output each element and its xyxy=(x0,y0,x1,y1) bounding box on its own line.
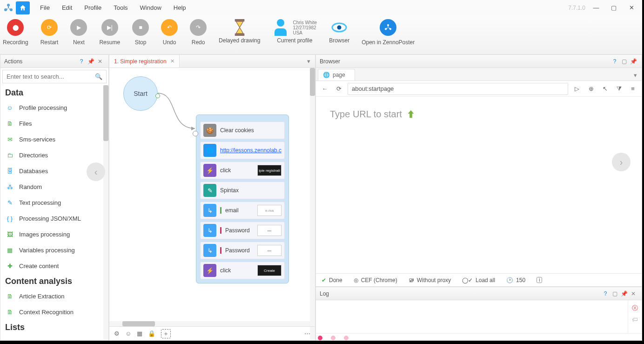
actions-item[interactable]: ⁂Random xyxy=(0,179,108,195)
menu-edit[interactable]: Edit xyxy=(56,2,78,13)
flow-node[interactable]: ✎Spintax xyxy=(200,182,285,199)
flow-node[interactable]: 🍪Clear cookies xyxy=(200,121,285,139)
actions-item-label: Random xyxy=(19,183,42,190)
canvas-tab-close-icon[interactable]: ✕ xyxy=(170,58,174,64)
close-pane-icon[interactable]: ✕ xyxy=(95,58,105,65)
toolbar-browser[interactable]: Browser xyxy=(329,19,349,50)
url-input[interactable] xyxy=(348,83,568,95)
flow-node[interactable]: ⚡clickCreate xyxy=(200,262,285,279)
browser-pin-icon[interactable]: 📌 xyxy=(629,58,638,65)
toolbar-stop[interactable]: ■ Stop xyxy=(132,19,149,52)
toolbar-recording[interactable]: ⬤ Recording xyxy=(3,19,28,52)
log-filter-3[interactable] xyxy=(344,336,349,340)
add-url-icon[interactable]: ⊕ xyxy=(586,84,596,94)
node-block[interactable]: 🍪Clear cookies🌐http://lessons.zennolab.c… xyxy=(196,115,289,283)
home-button[interactable] xyxy=(16,1,30,14)
browser-tab[interactable]: 🌐 page xyxy=(318,69,355,81)
menu-tools[interactable]: Tools xyxy=(108,2,133,13)
hamburger-icon[interactable]: ≡ xyxy=(628,84,638,94)
nav-left-button[interactable]: ‹ xyxy=(87,162,105,181)
add-icon[interactable]: ＋ xyxy=(161,329,171,338)
actions-scrollbar[interactable] xyxy=(103,85,108,340)
cookie-icon: 🍪 xyxy=(203,124,216,137)
toolbar-next[interactable]: ▶ Next xyxy=(70,19,87,52)
node-label: http://lessons.zennolab.com/en/index xyxy=(220,147,282,154)
maximize-icon[interactable]: ▢ xyxy=(606,1,622,14)
actions-group-head: Lists xyxy=(0,320,108,334)
tag-icon[interactable]: 🏷 xyxy=(632,316,638,323)
menu-help[interactable]: Help xyxy=(168,2,192,13)
toolbar-undo[interactable]: ↶ Undo xyxy=(161,19,178,52)
actions-item[interactable]: { }Processing JSON/XML xyxy=(0,210,108,226)
log-max-icon[interactable]: ▢ xyxy=(610,290,619,297)
actions-search-input[interactable] xyxy=(3,70,91,83)
info-icon[interactable]: i xyxy=(537,277,542,283)
menu-file[interactable]: File xyxy=(34,2,55,13)
canvas-scroll-h[interactable] xyxy=(109,321,315,326)
node-link[interactable]: http://lessons.zennolab.com/en/index xyxy=(220,147,282,154)
actions-item[interactable]: ✉Sms-services xyxy=(0,131,108,147)
pointer-icon[interactable]: ↖ xyxy=(600,84,610,94)
canvas-scroll-v[interactable] xyxy=(310,68,315,340)
actions-item[interactable]: 🗀Directories xyxy=(0,147,108,163)
browser-help-icon[interactable]: ? xyxy=(610,58,619,65)
flow-node[interactable]: ↳Password••• xyxy=(200,222,285,239)
canvas-tab[interactable]: 1. Simple registration ✕ xyxy=(109,55,180,67)
tab-menu-icon[interactable]: ▾ xyxy=(307,58,310,65)
actions-item[interactable]: 🗎Article Extraction xyxy=(0,288,108,304)
menu-profile[interactable]: Profile xyxy=(79,2,107,13)
minimize-icon[interactable]: — xyxy=(588,1,604,14)
actions-item[interactable]: ✚Create content xyxy=(0,258,108,274)
actions-item[interactable]: ▦Variables processing xyxy=(0,242,108,258)
log-close-icon[interactable]: ✕ xyxy=(629,290,638,297)
search-icon[interactable]: 🔍 xyxy=(91,73,106,80)
flow-node[interactable]: ⚡clickiple registrati xyxy=(200,162,285,179)
actions-item[interactable]: 🗎Context Recognition xyxy=(0,304,108,320)
flow-node[interactable]: ↳emaile-ma xyxy=(200,202,285,219)
actions-item[interactable]: 🗎Files xyxy=(0,115,108,131)
actions-item-label: Variables processing xyxy=(19,247,75,254)
flow-node[interactable]: 🌐http://lessons.zennolab.com/en/index xyxy=(200,142,285,159)
help-icon[interactable]: ? xyxy=(77,58,86,65)
grid-icon[interactable]: ▦ xyxy=(137,330,142,337)
svg-point-7 xyxy=(387,24,389,26)
toolbar-resume[interactable]: ▶| Resume xyxy=(99,19,120,52)
nav-right-button[interactable]: › xyxy=(612,153,631,171)
start-node-port[interactable] xyxy=(155,94,160,98)
node-thumbnail: ••• xyxy=(257,225,282,236)
actions-item-icon: { } xyxy=(5,214,14,223)
toolbar-profile[interactable]: Chris White 12/27/1982 USA Current profi… xyxy=(272,19,317,50)
close-icon[interactable]: ✕ xyxy=(624,1,639,14)
arrow-icon: ↳ xyxy=(203,204,216,217)
actions-item-icon: 🗎 xyxy=(5,307,14,317)
more-icon[interactable]: ⋯ xyxy=(304,330,310,337)
go-icon[interactable]: ▷ xyxy=(572,84,582,94)
log-pin-icon[interactable]: 📌 xyxy=(619,290,629,297)
gear-icon[interactable]: ⚙ xyxy=(114,330,120,337)
log-filter-2[interactable] xyxy=(331,336,335,340)
extension-icon[interactable]: ⧩ xyxy=(614,84,624,94)
pin-icon[interactable]: 📌 xyxy=(86,58,95,65)
node-label: click xyxy=(220,167,254,174)
toolbar-open-zp[interactable]: Open in ZennoPoster xyxy=(362,19,415,52)
undo-icon: ↶ xyxy=(161,19,178,36)
log-help-icon[interactable]: ? xyxy=(601,290,610,297)
reload-icon[interactable]: ⟳ xyxy=(334,84,344,94)
log-filter-1[interactable] xyxy=(318,336,322,340)
person-outline-icon[interactable]: ☺ xyxy=(125,330,131,337)
actions-item[interactable]: ☺Profile processing xyxy=(0,100,108,115)
clear-log-icon[interactable]: ⓧ xyxy=(632,304,638,312)
menu-window[interactable]: Window xyxy=(134,2,167,13)
flow-node[interactable]: ↳Password••• xyxy=(200,242,285,259)
toolbar-delayed[interactable]: Delayed drawing xyxy=(219,19,260,50)
toolbar-redo[interactable]: ↷ Redo xyxy=(190,19,207,52)
actions-item[interactable]: ✎Text processing xyxy=(0,195,108,210)
lock-icon[interactable]: 🔒 xyxy=(148,330,155,337)
browser-max-icon[interactable]: ▢ xyxy=(619,58,629,65)
actions-item[interactable]: 🖼Images processing xyxy=(0,226,108,242)
back-icon[interactable]: ← xyxy=(320,84,330,94)
browser-tab-menu-icon[interactable]: ▾ xyxy=(634,72,642,81)
toolbar-restart[interactable]: ⟳ Restart xyxy=(40,19,59,52)
start-node[interactable]: Start xyxy=(123,76,158,111)
node-label: Spintax xyxy=(220,187,282,194)
